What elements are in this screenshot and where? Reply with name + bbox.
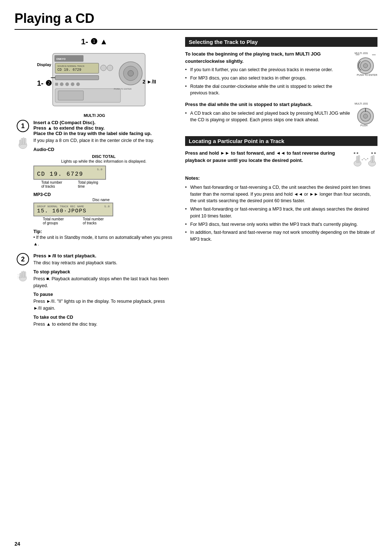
svg-rect-27: [21, 272, 23, 277]
svg-text:PUSH: PUSH: [360, 124, 367, 127]
locating-track-section: Locating a Particular Point in a Track P…: [185, 136, 377, 243]
label-2-play: 2 ►/II: [143, 79, 156, 85]
svg-point-13: [60, 82, 64, 86]
svg-rect-24: [25, 138, 26, 145]
svg-rect-25: [19, 140, 21, 145]
display-label: Display: [37, 62, 51, 67]
locating-intro-area: Press and hold ►► to fast forward, and ◄…: [185, 150, 377, 172]
svg-point-57: [366, 159, 367, 160]
multijog-label: MULTI JOG: [15, 113, 174, 118]
svg-rect-50: [356, 156, 358, 163]
main-layout: 1- ❶ ▲ ONKYO SOURCE NORMAL TRACK CD 19. …: [15, 37, 377, 334]
ffwd-svg: ◄◄ ►►: [352, 150, 377, 170]
notes-title: Notes:: [185, 175, 377, 182]
svg-point-14: [65, 82, 69, 86]
svg-rect-53: [371, 156, 372, 163]
svg-text:MULTI JOG: MULTI JOG: [355, 102, 368, 105]
svg-text:MULTI JOG: MULTI JOG: [355, 52, 368, 54]
stop-title: To stop playback: [33, 269, 174, 274]
lcd1-wrapper: 5.0 CD 19. 6729: [33, 166, 174, 180]
press-dial-area: Press the dial while the unit is stopped…: [185, 101, 377, 130]
svg-rect-23: [23, 138, 24, 144]
tip-box: Tip: • If the unit is in Standby mode, i…: [33, 229, 174, 247]
step-1-circle: 1: [17, 120, 29, 132]
press-dial-text: A CD track can also be selected and play…: [185, 110, 350, 124]
note-3: For MP3 discs, fast reverse only works w…: [185, 221, 377, 228]
label-1-2: 1- ❷: [37, 79, 52, 87]
lcd1-labels: Total number of tracks Total playing tim…: [33, 180, 106, 188]
lcd2-label-left: Total number of groups: [43, 217, 64, 225]
device-diagram-area: 1- ❶ ▲ ONKYO SOURCE NORMAL TRACK CD 19. …: [15, 37, 174, 118]
locating-intro: Press and hold ►► to fast forward, and ◄…: [185, 150, 348, 164]
lcd2-inner: GROUP NORMAL TRACK REC NAME 5.0 15. 160·…: [33, 203, 113, 216]
step-1-title: Insert a CD (Compact Disc).: [33, 120, 174, 125]
audio-cd-label: Audio-CD: [33, 147, 174, 152]
svg-rect-29: [24, 272, 26, 277]
lcd2-label-right: Total number of tracks: [83, 217, 104, 225]
locating-track-header: Locating a Particular Point in a Track: [185, 136, 377, 146]
device-image-wrapper: ONKYO SOURCE NORMAL TRACK CD 19. 6729: [33, 48, 156, 113]
disc-name-label: Disc name: [33, 198, 110, 202]
svg-text:PUSH TO ENTER: PUSH TO ENTER: [114, 88, 132, 90]
disc-total-label: DISC TOTAL: [33, 154, 174, 159]
selecting-track-section: Selecting the Track to Play MULTI JOG: [185, 37, 377, 130]
svg-text:CD 19. 6729: CD 19. 6729: [57, 68, 81, 72]
svg-point-11: [128, 70, 134, 76]
lcd1-label-right: Total playing time: [78, 180, 98, 188]
takeout-text: Press ▲ to extend the disc tray.: [33, 321, 174, 328]
hand-icon-1: [15, 134, 31, 150]
page-title: Playing a CD: [15, 11, 377, 30]
step-2-num-col: 2: [15, 253, 31, 283]
svg-rect-18: [58, 91, 83, 100]
svg-point-58: [367, 158, 368, 159]
svg-point-44: [363, 114, 368, 118]
lcd2-labels: Total number of groups Total number of t…: [33, 217, 113, 225]
step-2-subtitle: The disc tray retracts and playback star…: [33, 260, 174, 266]
label-1-top: 1- ❶ ▲: [15, 37, 174, 46]
disc-total-desc: Lights up while the disc information is …: [33, 159, 174, 164]
locating-track-content: Press and hold ►► to fast forward, and ◄…: [185, 150, 377, 243]
svg-rect-54: [373, 155, 374, 163]
hand-icon-2: [15, 267, 31, 283]
svg-text:◄◄: ◄◄: [353, 151, 359, 155]
step-2-wrapper: 2 Press ►/II to start: [15, 253, 174, 328]
selecting-bullets: If you turn it further, you can select t…: [185, 66, 377, 97]
note-4: In addition, fast-forward and fast-rever…: [185, 229, 377, 243]
pause-text: Press ►/II. "II" lights up in the displa…: [33, 298, 174, 312]
page-number: 24: [15, 541, 20, 547]
selecting-bullet-3: Rotate the dial counter-clockwise while …: [185, 83, 377, 97]
press-dial-text-area: Press the dial while the unit is stopped…: [185, 101, 350, 130]
note-1: When fast-forwarding or fast-reversing a…: [185, 184, 377, 204]
lcd2-display: GROUP NORMAL TRACK REC NAME 5.0 15. 160·…: [33, 203, 174, 216]
step-2-title: Press ►/II to start playback.: [33, 253, 174, 258]
svg-point-16: [76, 82, 80, 86]
note-2: When fast-forwarding or fast-reversing a…: [185, 206, 377, 220]
svg-rect-28: [23, 271, 24, 278]
lcd1-top: 5.0: [37, 168, 102, 171]
selecting-track-content: MULTI JOG PUSH TO ENTER To locate the be…: [185, 50, 377, 130]
svg-point-7: [101, 65, 106, 71]
svg-rect-6: [55, 76, 99, 80]
svg-text:►►: ►►: [371, 151, 377, 155]
fast-fwd-icons: ◄◄ ►►: [352, 150, 377, 172]
svg-line-33: [17, 277, 19, 278]
multijog-img-2: MULTI JOG PUSH: [354, 101, 377, 130]
step-1-body: Insert a CD (Compact Disc). Press ▲ to e…: [33, 120, 174, 247]
tip-title: Tip:: [33, 229, 174, 234]
takeout-title: To take out the CD: [33, 315, 174, 320]
selecting-bullet-1: If you turn it further, you can select t…: [185, 66, 377, 73]
selecting-intro: To locate the beginning of the playing t…: [185, 50, 377, 65]
mp3-cd-label: MP3-CD: [33, 192, 174, 197]
right-column: Selecting the Track to Play MULTI JOG: [185, 37, 377, 334]
stop-text: Press ■. Playback automatically stops wh…: [33, 276, 174, 289]
tip-text: • If the unit is in Standby mode, it tur…: [33, 234, 174, 247]
lcd1-main: CD 19. 6729: [37, 171, 102, 178]
press-dial-bullets: A CD track can also be selected and play…: [185, 110, 350, 124]
svg-rect-12: [55, 83, 58, 86]
selecting-track-header: Selecting the Track to Play: [185, 37, 377, 47]
lcd1-label-left: Total number of tracks: [41, 180, 62, 188]
page: Playing a CD 1- ❶ ▲ ONKYO SO: [0, 0, 392, 554]
step-2-circle: 2: [17, 253, 29, 265]
svg-text:ONKYO: ONKYO: [56, 58, 66, 60]
lcd2-top-bar: GROUP NORMAL TRACK REC NAME 5.0: [37, 205, 110, 208]
